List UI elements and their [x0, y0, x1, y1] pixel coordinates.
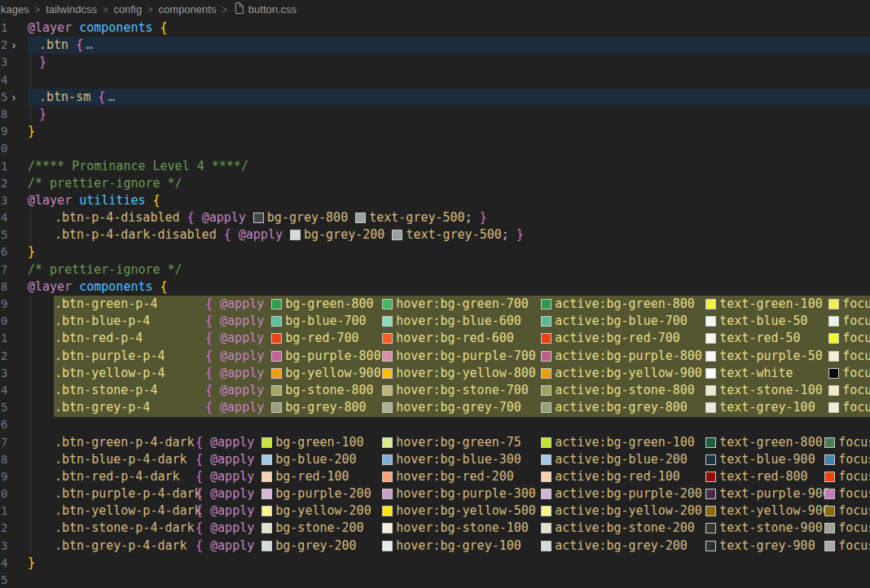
color-swatch[interactable]	[253, 213, 264, 223]
color-swatch[interactable]	[824, 541, 835, 551]
fold-chevron-icon[interactable]: ›	[11, 35, 17, 57]
color-swatch[interactable]	[705, 333, 716, 344]
breadcrumb-item[interactable]: config	[113, 3, 142, 15]
color-swatch[interactable]	[271, 368, 282, 379]
color-swatch[interactable]	[382, 489, 393, 499]
color-swatch[interactable]	[541, 454, 551, 465]
color-swatch[interactable]	[705, 437, 716, 448]
color-swatch[interactable]	[828, 368, 839, 379]
line-number: 2	[1, 37, 7, 54]
color-swatch[interactable]	[541, 402, 551, 413]
color-swatch[interactable]	[541, 316, 551, 327]
color-swatch[interactable]	[271, 385, 282, 396]
utility-cell-active: active:bg-yellow-200	[541, 502, 705, 520]
color-swatch[interactable]	[824, 454, 835, 465]
indent-guide	[30, 538, 31, 555]
color-swatch[interactable]	[541, 489, 551, 499]
code-token: @apply	[220, 314, 264, 328]
color-swatch[interactable]	[705, 472, 716, 482]
color-swatch[interactable]	[271, 351, 282, 362]
color-swatch[interactable]	[828, 333, 839, 344]
color-swatch[interactable]	[541, 368, 551, 379]
color-swatch[interactable]	[382, 368, 393, 379]
color-swatch[interactable]	[271, 316, 282, 327]
color-swatch[interactable]	[828, 299, 839, 309]
color-swatch[interactable]	[392, 230, 402, 240]
color-swatch[interactable]	[824, 437, 835, 448]
color-swatch[interactable]	[824, 472, 835, 482]
color-swatch[interactable]	[382, 506, 393, 516]
code-line: 0	[0, 140, 870, 157]
color-swatch[interactable]	[828, 351, 839, 362]
color-swatch[interactable]	[261, 523, 272, 533]
line-number-gutter: 5›	[0, 89, 28, 106]
color-swatch[interactable]	[271, 402, 282, 413]
utility-cell-bg: bg-stone-800	[271, 382, 382, 399]
code-token: @apply	[210, 538, 254, 553]
color-swatch[interactable]	[382, 316, 393, 327]
color-swatch[interactable]	[828, 402, 839, 413]
color-swatch[interactable]	[382, 541, 393, 551]
color-swatch[interactable]	[705, 489, 716, 499]
color-swatch[interactable]	[824, 523, 835, 533]
color-swatch[interactable]	[541, 506, 551, 516]
color-swatch[interactable]	[824, 506, 835, 516]
color-swatch[interactable]	[261, 437, 272, 448]
color-swatch[interactable]	[705, 506, 716, 516]
line-number: 2	[1, 175, 7, 192]
color-swatch[interactable]	[261, 472, 272, 482]
color-swatch[interactable]	[541, 385, 551, 396]
color-swatch[interactable]	[261, 506, 272, 516]
color-swatch[interactable]	[382, 472, 393, 482]
color-swatch[interactable]	[828, 316, 839, 327]
code-editor[interactable]: 1@layer components {2›.btn {…3}45›.btn-s…	[0, 18, 870, 588]
utility-cell-active: active:bg-blue-200	[541, 451, 705, 468]
color-swatch[interactable]	[705, 316, 716, 327]
color-swatch[interactable]	[271, 333, 282, 344]
color-swatch[interactable]	[541, 541, 551, 551]
fold-chevron-icon[interactable]: ›	[11, 86, 17, 108]
line-number-gutter: 5	[0, 226, 28, 244]
code-line: 5›.btn-sm {…	[0, 89, 870, 106]
color-swatch[interactable]	[271, 299, 282, 309]
color-swatch[interactable]	[261, 489, 272, 499]
color-swatch[interactable]	[705, 402, 716, 413]
utility-cell-active: active:bg-grey-200	[541, 538, 705, 555]
color-swatch[interactable]	[705, 368, 716, 379]
breadcrumb-item[interactable]: kages	[1, 3, 29, 15]
color-swatch[interactable]	[382, 437, 393, 448]
color-swatch[interactable]	[382, 402, 393, 413]
color-swatch[interactable]	[541, 472, 551, 482]
color-swatch[interactable]	[382, 385, 393, 396]
color-swatch[interactable]	[382, 351, 393, 362]
breadcrumb-item[interactable]: tailwindcss	[46, 3, 97, 15]
code-token: .btn-grey-p-4	[55, 400, 150, 415]
color-swatch[interactable]	[705, 523, 716, 533]
color-swatch[interactable]	[705, 385, 716, 396]
color-swatch[interactable]	[541, 523, 551, 533]
color-swatch[interactable]	[541, 299, 551, 309]
code-line-content: }	[28, 123, 870, 140]
color-swatch[interactable]	[705, 454, 716, 465]
color-swatch[interactable]	[382, 523, 393, 533]
color-swatch[interactable]	[541, 437, 551, 448]
color-swatch[interactable]	[541, 333, 551, 344]
color-swatch[interactable]	[705, 351, 716, 362]
color-swatch[interactable]	[355, 213, 366, 223]
color-swatch[interactable]	[290, 230, 301, 240]
color-swatch[interactable]	[705, 541, 716, 551]
color-swatch[interactable]	[261, 454, 272, 465]
code-token	[213, 383, 220, 397]
breadcrumb-filename[interactable]: button.css	[248, 3, 297, 15]
breadcrumb-item[interactable]: components	[159, 3, 217, 15]
code-line: 0.btn-blue-p-4{ @apply bg-blue-700hover:…	[0, 313, 870, 330]
color-swatch[interactable]	[382, 299, 393, 309]
code-token: active:bg-red-700	[555, 331, 680, 345]
color-swatch[interactable]	[541, 351, 551, 362]
color-swatch[interactable]	[261, 541, 272, 551]
color-swatch[interactable]	[382, 333, 393, 344]
color-swatch[interactable]	[705, 299, 716, 309]
color-swatch[interactable]	[828, 385, 839, 396]
color-swatch[interactable]	[824, 489, 835, 499]
color-swatch[interactable]	[382, 454, 393, 465]
